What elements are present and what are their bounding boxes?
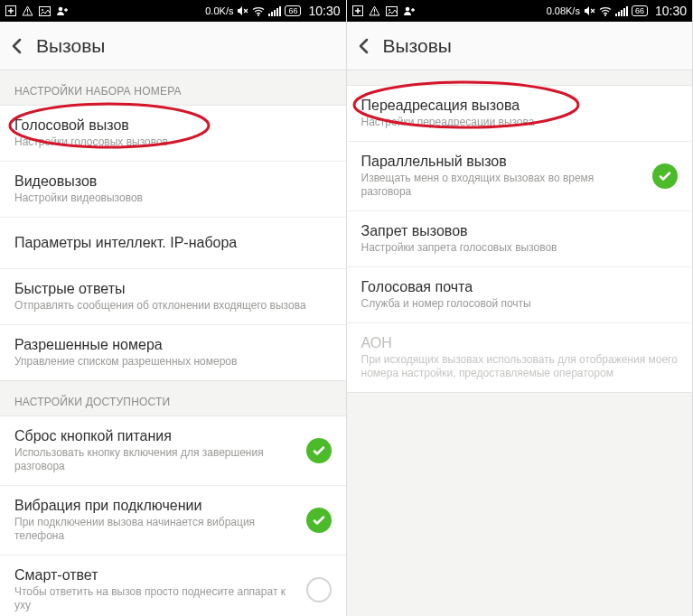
svg-rect-18 [615, 14, 617, 16]
section-dial-settings: НАСТРОЙКИ НАБОРА НОМЕРА [0, 70, 346, 105]
item-label: Голосовая почта [361, 279, 679, 295]
item-sub: Отправлять сообщения об отклонении входя… [14, 299, 332, 313]
item-video-call[interactable]: Видеовызов Настройки видеовызовов [0, 162, 346, 218]
item-vibrate-connect[interactable]: Вибрация при подключении При подключении… [0, 486, 346, 555]
data-speed: 0.08K/s [547, 5, 580, 16]
item-sub: Настройки видеовызовов [14, 191, 332, 205]
image-icon [39, 6, 51, 16]
battery-indicator: 66 [285, 5, 301, 16]
item-sub: Настройки запрета голосовых вызовов [361, 241, 679, 255]
item-smart-answer[interactable]: Смарт-ответ Чтобы ответить на вызов прос… [0, 555, 346, 616]
svg-rect-10 [279, 6, 281, 16]
item-label: Переадресация вызова [361, 98, 670, 114]
app-header: Вызовы [0, 22, 346, 70]
item-label: Запрет вызовов [361, 223, 679, 239]
item-sub: Настройки переадресации вызова [361, 116, 670, 129]
wifi-icon [252, 6, 265, 16]
svg-rect-22 [626, 6, 628, 16]
item-ip-dial[interactable]: Параметры интеллект. IP-набора [0, 218, 346, 269]
item-label: Сброс кнопкой питания [14, 428, 297, 444]
svg-rect-20 [621, 10, 623, 16]
page-title: Вызовы [383, 35, 452, 57]
item-sub: Управление списком разрешенных номеров [14, 355, 332, 369]
svg-rect-9 [276, 8, 278, 16]
item-voice-call[interactable]: Голосовой вызов Настройки голосовых вызо… [0, 106, 346, 162]
toggle-vibrate[interactable] [306, 508, 332, 533]
svg-rect-21 [623, 8, 625, 16]
item-label: Параметры интеллект. IP-набора [14, 229, 332, 257]
status-bar: 0.0K/s 66 10:30 [0, 0, 346, 22]
item-label: Смарт-ответ [14, 567, 297, 583]
list-accessibility: Сброс кнопкой питания Использовать кнопк… [0, 415, 346, 616]
item-sub: Использовать кнопку включения для заверш… [14, 446, 297, 473]
add-user-icon [403, 5, 416, 16]
toggle-power-end[interactable] [306, 438, 332, 463]
item-label: Быстрые ответы [14, 281, 332, 297]
item-voicemail[interactable]: Голосовая почта Служба и номер голосовой… [347, 267, 693, 323]
battery-indicator: 66 [632, 5, 648, 16]
toggle-smart-answer[interactable] [306, 577, 332, 602]
svg-point-17 [604, 14, 606, 16]
toggle-parallel[interactable] [652, 163, 678, 189]
item-parallel-call[interactable]: Параллельный вызов Извещать меня о входя… [347, 142, 693, 211]
plus-box-icon [5, 5, 16, 16]
screen-left: 0.0K/s 66 10:30 Вызовы НАСТРОЙКИ НАБОРА … [0, 0, 347, 616]
item-label: Видеовызов [14, 173, 332, 190]
image-icon [386, 6, 398, 16]
svg-point-3 [42, 9, 43, 11]
item-call-forwarding[interactable]: Переадресация вызова Настройки переадрес… [347, 86, 693, 142]
svg-rect-19 [618, 12, 620, 16]
section-accessibility: НАСТРОЙКИ ДОСТУПНОСТИ [0, 381, 346, 415]
item-label: Голосовой вызов [14, 117, 323, 134]
back-icon[interactable] [354, 36, 374, 56]
list-dial-settings: Голосовой вызов Настройки голосовых вызо… [0, 105, 346, 381]
item-sub: Чтобы ответить на вызов просто поднесите… [14, 585, 297, 612]
data-speed: 0.0K/s [205, 5, 233, 16]
screen-right: 0.08K/s 66 10:30 Вызовы Переадресация вы… [347, 0, 694, 616]
status-bar: 0.08K/s 66 10:30 [347, 0, 693, 22]
item-caller-id: АОН При исходящих вызовах использовать д… [347, 323, 693, 392]
item-power-end-call[interactable]: Сброс кнопкой питания Использовать кнопк… [0, 416, 346, 486]
item-label: Разрешенные номера [14, 337, 332, 353]
item-sub: Служба и номер голосовой почты [361, 297, 679, 311]
list-call-options: Переадресация вызова Настройки переадрес… [347, 85, 693, 393]
plus-box-icon [352, 5, 363, 16]
warning-icon [369, 5, 380, 16]
warning-icon [22, 5, 33, 16]
item-quick-responses[interactable]: Быстрые ответы Отправлять сообщения об о… [0, 269, 346, 325]
svg-point-16 [405, 7, 409, 12]
svg-rect-7 [271, 12, 273, 16]
item-call-barring[interactable]: Запрет вызовов Настройки запрета голосов… [347, 211, 693, 267]
item-label: Вибрация при подключении [14, 498, 297, 514]
item-label: Параллельный вызов [361, 154, 644, 170]
item-allowed-numbers[interactable]: Разрешенные номера Управление списком ра… [0, 325, 346, 380]
item-sub: При исходящих вызовах использовать для о… [361, 353, 679, 380]
svg-point-1 [27, 14, 28, 14]
item-sub: Извещать меня о входящих вызовах во врем… [361, 172, 644, 199]
svg-point-5 [258, 14, 259, 16]
svg-point-15 [389, 9, 390, 11]
back-icon[interactable] [7, 36, 27, 56]
add-user-icon [56, 5, 69, 16]
item-sub: Настройки голосовых вызовов [14, 135, 323, 149]
item-sub: При подключении вызова начинается вибрац… [14, 516, 297, 543]
wifi-icon [599, 6, 612, 16]
svg-rect-8 [274, 10, 276, 16]
clock: 10:30 [308, 4, 340, 18]
svg-point-4 [59, 7, 63, 12]
mute-icon [237, 5, 248, 16]
signal-icon [268, 6, 281, 16]
app-header: Вызовы [347, 22, 693, 70]
clock: 10:30 [655, 4, 687, 18]
mute-icon [584, 5, 595, 16]
page-title: Вызовы [36, 35, 105, 57]
svg-rect-6 [268, 14, 270, 16]
signal-icon [615, 6, 628, 16]
svg-point-13 [373, 14, 374, 14]
item-label: АОН [361, 335, 679, 351]
